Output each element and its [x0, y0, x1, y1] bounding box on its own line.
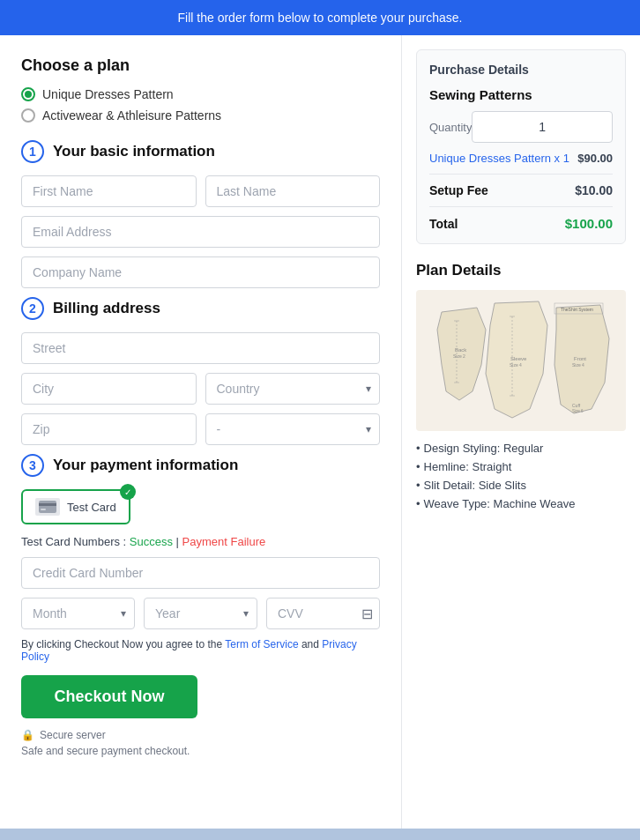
- plan-unique-label: Unique Dresses Pattern: [42, 87, 174, 101]
- total-label: Total: [429, 217, 458, 231]
- secure-label: Secure server: [40, 729, 106, 741]
- svg-text:Front: Front: [574, 356, 586, 361]
- street-input[interactable]: [21, 332, 380, 364]
- checkout-button[interactable]: Checkout Now: [21, 675, 197, 718]
- country-select-wrapper: Country United States United Kingdom Can…: [205, 373, 381, 405]
- svg-text:TheShirt System: TheShirt System: [561, 307, 593, 312]
- lock-icon: 🔒: [21, 729, 34, 741]
- test-card-option[interactable]: Test Card: [21, 489, 130, 524]
- test-card-label: Test Card: [67, 501, 116, 514]
- plan-details-section: Plan Details Back Size 2 Sleeve Size 4: [416, 262, 626, 510]
- purchase-details-title: Purchase Details: [429, 63, 613, 77]
- cvv-icon: ⊟: [361, 606, 373, 622]
- step1-title: Your basic information: [53, 143, 215, 160]
- state-select[interactable]: -: [205, 413, 381, 445]
- email-field: [21, 216, 380, 248]
- name-row: [21, 175, 380, 207]
- test-card-text: Test Card Numbers :: [21, 535, 130, 548]
- safe-text: Safe and secure payment checkout.: [21, 745, 380, 757]
- step3-number: 3: [21, 454, 44, 477]
- zip-input[interactable]: [21, 413, 197, 445]
- card-icon: [35, 498, 60, 516]
- svg-text:Size 2: Size 2: [453, 353, 465, 359]
- setup-price: $10.00: [575, 183, 613, 197]
- quantity-row: Quantity: [429, 111, 613, 143]
- right-panel: Purchase Details Sewing Patterns Quantit…: [402, 35, 640, 829]
- credit-card-row: [21, 557, 380, 589]
- item-row: Unique Dresses Pattern x 1 $90.00: [429, 152, 613, 175]
- secure-row: 🔒 Secure server: [21, 729, 380, 741]
- step2-title: Billing address: [53, 300, 160, 317]
- step3-title: Your payment information: [53, 457, 238, 474]
- plan-detail-item: Slit Detail: Side Slits: [416, 479, 626, 492]
- company-field: [21, 256, 380, 288]
- svg-rect-1: [39, 503, 56, 506]
- total-row: Total $100.00: [429, 216, 613, 231]
- email-input[interactable]: [21, 216, 380, 248]
- plan-detail-item: Weave Type: Machine Weave: [416, 497, 626, 510]
- plan-detail-item: Hemline: Straight: [416, 460, 626, 473]
- plan-details-title: Plan Details: [416, 262, 626, 279]
- svg-rect-2: [41, 509, 46, 510]
- first-name-input[interactable]: [21, 175, 197, 207]
- cvv-wrapper: ⊟: [266, 598, 380, 629]
- svg-text:Size 4: Size 4: [572, 362, 584, 368]
- radio-unique[interactable]: [21, 87, 35, 101]
- city-input[interactable]: [21, 373, 197, 405]
- zip-state-row: -: [21, 413, 380, 445]
- svg-text:Cuff: Cuff: [572, 403, 581, 408]
- plan-image: Back Size 2 Sleeve Size 4 Front Size 4: [416, 290, 626, 431]
- total-price: $100.00: [565, 216, 613, 231]
- terms-text: By clicking Checkout Now you agree to th…: [21, 638, 225, 650]
- street-field: [21, 332, 380, 364]
- step1-number: 1: [21, 140, 44, 163]
- month-select-wrapper: Month 010203 040506 070809 101112: [21, 598, 135, 629]
- expiry-cvv-row: Month 010203 040506 070809 101112 Year 2…: [21, 598, 380, 629]
- failure-link[interactable]: Payment Failure: [182, 535, 266, 548]
- plan-option-unique[interactable]: Unique Dresses Pattern: [21, 87, 380, 101]
- company-row: [21, 256, 380, 288]
- svg-text:Size 4: Size 4: [510, 362, 522, 368]
- svg-text:Sleeve: Sleeve: [510, 356, 527, 361]
- year-select-wrapper: Year 202420252026 2027202820292030: [144, 598, 257, 629]
- plan-detail-item: Design Styling: Regular: [416, 442, 626, 455]
- city-country-row: Country United States United Kingdom Can…: [21, 373, 380, 405]
- zip-field: [21, 413, 197, 445]
- country-select[interactable]: Country United States United Kingdom Can…: [205, 373, 381, 405]
- separator: |: [176, 535, 182, 548]
- radio-activewear[interactable]: [21, 108, 35, 123]
- street-row: [21, 332, 380, 364]
- payment-section: 3 Your payment information Test Card: [21, 454, 380, 757]
- setup-row: Setup Fee $10.00: [429, 183, 613, 207]
- credit-card-field: [21, 557, 380, 589]
- last-name-input[interactable]: [205, 175, 381, 207]
- svg-text:Size 6: Size 6: [572, 409, 584, 413]
- terms-and: and: [299, 638, 323, 650]
- item-name: Unique Dresses Pattern x 1: [429, 152, 569, 165]
- company-input[interactable]: [21, 256, 380, 288]
- year-select[interactable]: Year 202420252026 2027202820292030: [144, 598, 257, 629]
- billing-section: 2 Billing address Country Unit: [21, 297, 380, 445]
- top-banner: Fill the order form below to complete yo…: [0, 0, 640, 35]
- step2-number: 2: [21, 297, 44, 320]
- month-select[interactable]: Month 010203 040506 070809 101112: [21, 598, 135, 629]
- plan-activewear-label: Activewear & Athleisure Patterns: [42, 108, 221, 123]
- quantity-input[interactable]: [472, 111, 613, 143]
- last-name-field: [205, 175, 381, 207]
- test-card-numbers-row: Test Card Numbers : Success | Payment Fa…: [21, 535, 380, 548]
- plan-details-list: Design Styling: RegularHemline: Straight…: [416, 442, 626, 510]
- step2-header: 2 Billing address: [21, 297, 380, 320]
- success-link[interactable]: Success: [130, 535, 173, 548]
- credit-card-input[interactable]: [21, 557, 380, 589]
- page-wrapper: Fill the order form below to complete yo…: [0, 0, 640, 840]
- city-field: [21, 373, 197, 405]
- selected-checkmark: [120, 484, 136, 500]
- terms-link[interactable]: Term of Service: [225, 638, 298, 650]
- left-panel: Choose a plan Unique Dresses Pattern Act…: [0, 35, 402, 829]
- terms-row: By clicking Checkout Now you agree to th…: [21, 638, 380, 663]
- plan-option-activewear[interactable]: Activewear & Athleisure Patterns: [21, 108, 380, 123]
- first-name-field: [21, 175, 197, 207]
- quantity-label: Quantity: [429, 121, 472, 134]
- sewing-patterns-title: Sewing Patterns: [429, 87, 613, 102]
- svg-rect-0: [39, 501, 56, 513]
